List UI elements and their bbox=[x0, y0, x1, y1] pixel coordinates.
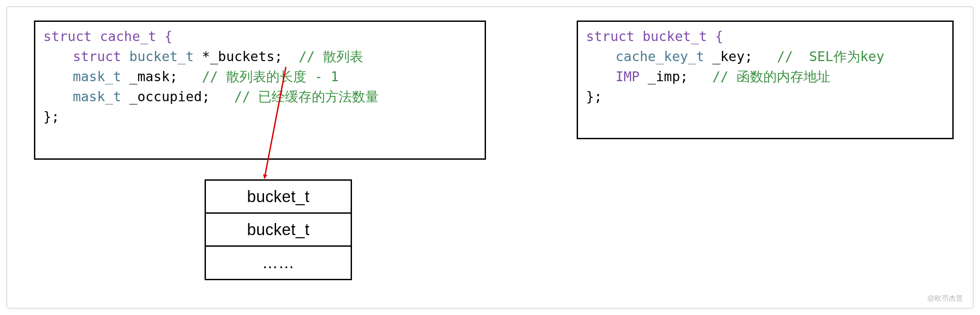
code-token: }; bbox=[43, 109, 59, 124]
code-token: struct cache_t { bbox=[43, 29, 172, 44]
code-token: struct bucket_t { bbox=[586, 29, 723, 44]
diagram-frame: struct cache_t {struct bucket_t *_bucket… bbox=[6, 6, 974, 309]
bucket-array-diagram: bucket_t bucket_t …… bbox=[205, 179, 352, 280]
code-box-bucket-t: struct bucket_t {cache_key_t _key; // SE… bbox=[577, 21, 954, 139]
code-token: *_buckets; bbox=[202, 49, 283, 64]
code-token: mask_t bbox=[73, 69, 121, 84]
code-comment: // 已经缓存的方法数量 bbox=[234, 89, 379, 104]
code-token: bucket_t bbox=[129, 49, 194, 64]
code-box-cache-t: struct cache_t {struct bucket_t *_bucket… bbox=[34, 21, 486, 160]
code-token: _imp; bbox=[648, 69, 688, 84]
code-token: IMP bbox=[616, 69, 640, 84]
table-row: …… bbox=[206, 247, 351, 278]
code-comment: // 函数的内存地址 bbox=[712, 69, 830, 84]
code-comment: // 散列表 bbox=[299, 49, 363, 64]
code-comment: // 散列表的长度 - 1 bbox=[202, 69, 339, 84]
code-token: struct bbox=[73, 49, 121, 64]
code-token: _occupied; bbox=[129, 89, 210, 104]
code-token: mask_t bbox=[73, 89, 121, 104]
code-token: }; bbox=[586, 89, 602, 104]
code-token: cache_key_t bbox=[616, 49, 704, 64]
code-token: _mask; bbox=[129, 69, 177, 84]
table-row: bucket_t bbox=[206, 214, 351, 247]
table-row: bucket_t bbox=[206, 181, 351, 214]
watermark-text: @欧币杰普 bbox=[927, 294, 963, 303]
code-token: _key; bbox=[712, 49, 753, 64]
code-comment: // SEL作为key bbox=[777, 49, 884, 64]
